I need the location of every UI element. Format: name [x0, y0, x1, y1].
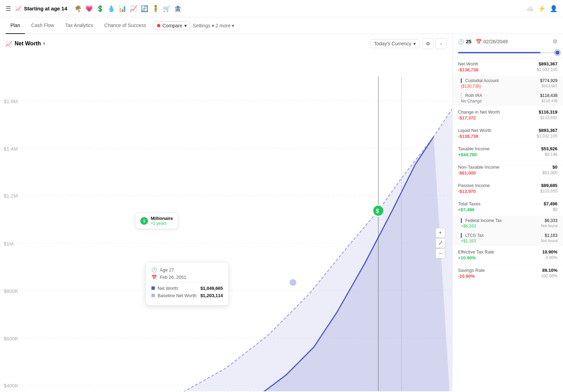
slider-thumb[interactable]	[555, 50, 560, 55]
palm-icon[interactable]: 🌴	[74, 5, 82, 12]
cart-icon[interactable]: 🛒	[163, 5, 170, 12]
tab-chanceofsuccess[interactable]: Chance of Success	[99, 17, 151, 34]
metric-left: Liquid Net Worth -$138,738	[458, 128, 492, 139]
chart-area: 📈 Net Worth ▾ Today's Currency ▾ ⚙ ›	[0, 34, 452, 391]
metric-base: 100.00%	[541, 274, 557, 278]
clock-icon: 🕐	[458, 39, 464, 44]
panel-slider[interactable]	[452, 49, 563, 58]
panel-date: 📅 02/26/2049	[476, 39, 508, 44]
tabs-bar: Plan Cash Flow Tax Analytics Chance of S…	[0, 17, 563, 34]
lightning-icon[interactable]: ⚡	[538, 5, 546, 12]
zoom-controls: + ⤢ −	[436, 228, 445, 258]
settings-gear-button[interactable]: ⚙	[553, 38, 557, 45]
metric-value: 89.10%	[542, 268, 557, 273]
metric-change: -$17,372	[458, 115, 500, 121]
forward-button[interactable]: ›	[436, 38, 447, 49]
metric-change: -$138,738	[458, 67, 478, 72]
panel-header: 🕐 25 📅 02/26/2049 ⚙	[452, 34, 563, 49]
sub-metric-left: Federal Income Tax +$6,333	[461, 218, 502, 229]
sub-metric-change: ($138,738)	[461, 84, 499, 89]
metric-left: Total Taxes +$7,496	[458, 201, 481, 212]
metric-change: -$138,738	[458, 134, 492, 139]
exchange-icon[interactable]: 🔄	[141, 5, 148, 12]
metric-change: -10.90%	[458, 274, 485, 279]
tooltip-baseline-dot	[151, 294, 155, 297]
metric-base: $61,000	[543, 170, 557, 175]
slider-track	[458, 52, 557, 53]
metric-row: Passive Income -$13,970 $89,685 $103,655	[452, 179, 563, 198]
tab-cashflow[interactable]: Cash Flow	[26, 17, 59, 34]
heart-icon[interactable]: 💗	[85, 5, 93, 12]
metric-right: $116,319 $133,692	[539, 109, 557, 120]
svg-text:$1M: $1M	[4, 241, 14, 247]
cloud-icon[interactable]: ☁️	[526, 5, 534, 12]
dollar-icon[interactable]: 💲	[96, 5, 104, 12]
chart-bar-icon[interactable]: 📊	[118, 5, 126, 12]
settings-label: Settings	[193, 23, 210, 28]
date-value: 02/26/2049	[484, 39, 508, 44]
metric-base: $1,032,105	[537, 67, 557, 72]
tab-plan[interactable]: Plan	[6, 17, 25, 34]
millionaire-title: Millionaire	[151, 216, 173, 221]
figure-icon[interactable]: 🧍	[152, 5, 159, 12]
metric-value: $7,496	[544, 201, 557, 206]
chart-line-icon: 📈	[6, 41, 12, 47]
zoom-out-button[interactable]: −	[436, 249, 445, 258]
metric-name: Taxable Income	[458, 146, 490, 151]
metric-left: Savings Rate -10.90%	[458, 268, 485, 279]
metric-row: Taxable Income +$44,780 $53,926 $9,146	[452, 143, 563, 161]
chart-title: 📈 Net Worth ▾	[6, 41, 45, 47]
millionaire-badge: $ Millionaire +2 years	[135, 213, 178, 229]
svg-text:$400K: $400K	[4, 383, 19, 389]
chart-svg-container: $1.6M $1.4M $1.2M $1M $800K $600K $400K …	[0, 53, 452, 391]
bank-icon[interactable]: 🏦	[174, 5, 182, 12]
nav-brand: 📈 Starting at age 14	[15, 6, 67, 12]
droplet-icon[interactable]: 💧	[107, 5, 115, 12]
svg-text:$: $	[376, 208, 379, 214]
metric-right: $89,685 $103,655	[540, 183, 557, 194]
calendar-icon: 📅	[476, 39, 482, 44]
tooltip-baseline-val: $1,203,114	[200, 293, 223, 298]
metric-left: Passive Income -$13,970	[458, 183, 490, 194]
millionaire-sub: +2 years	[151, 221, 173, 226]
sub-metric-name: Roth IRA	[461, 93, 482, 98]
metric-row: Net Worth -$138,738 $893,367 $1,032,105	[452, 58, 563, 76]
currency-selector[interactable]: Today's Currency ▾	[370, 39, 420, 48]
more-arrow: ▾	[232, 23, 234, 28]
currency-arrow: ▾	[413, 41, 416, 46]
metric-change: +$7,496	[458, 207, 481, 212]
sub-metric-row: Roth IRA No Change $118,438 $118,438	[452, 91, 563, 106]
tab-more[interactable]: 2 more ▾	[215, 23, 234, 28]
nav-right: ☁️ ⚡ 👤	[526, 5, 557, 12]
metric-name: Net Worth	[458, 61, 478, 66]
metric-value: $89,685	[541, 183, 557, 188]
metric-base: $0	[553, 207, 557, 212]
metric-row: Non-Taxable Income -$61,000 $0 $61,000	[452, 161, 563, 179]
metric-right: 89.10% 100.00%	[541, 268, 557, 278]
sub-metric-name: Federal Income Tax	[461, 218, 502, 223]
tooltip-age: Age 27	[160, 267, 174, 273]
zoom-in-button[interactable]: +	[436, 228, 445, 238]
metric-row: Liquid Net Worth -$138,738 $893,367 $1,0…	[452, 124, 563, 143]
hamburger-menu[interactable]: ☰	[6, 5, 11, 12]
filter-button[interactable]: ⚙	[422, 38, 433, 49]
chart-title-dropdown[interactable]: ▾	[43, 41, 45, 46]
metric-left: Non-Taxable Income -$61,000	[458, 164, 499, 176]
metric-name: Savings Rate	[458, 268, 485, 273]
user-icon[interactable]: 👤	[550, 5, 557, 12]
tab-settings[interactable]: Settings ▾	[193, 23, 214, 28]
tab-taxanalytics[interactable]: Tax Analytics	[60, 17, 98, 34]
metric-right: 10.90% 0.00%	[542, 249, 557, 260]
top-nav: ☰ 📈 Starting at age 14 🌴 💗 💲 💧 📊 📈 🔄 🧍 🛒…	[0, 0, 563, 17]
metric-value: $116,319	[539, 109, 557, 115]
expand-button[interactable]: ⤢	[436, 238, 445, 248]
compare-dot	[157, 24, 160, 27]
metric-value: $0	[553, 164, 557, 170]
tab-compare[interactable]: Compare ▾	[152, 21, 192, 30]
sub-metric-value: $118,438	[540, 93, 557, 98]
panel-age: 🕐 25	[458, 39, 472, 44]
chart-up-icon[interactable]: 📈	[130, 5, 137, 12]
chart-controls: ⚙ ›	[422, 38, 447, 49]
chart-title-text: Net Worth	[15, 41, 41, 47]
main-layout: 📈 Net Worth ▾ Today's Currency ▾ ⚙ ›	[0, 34, 563, 391]
